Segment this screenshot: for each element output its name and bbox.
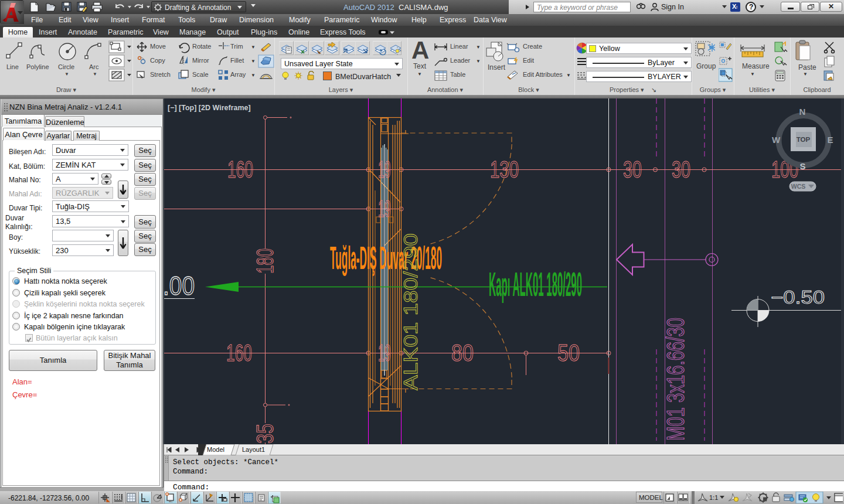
svg-text:160: 160 (226, 340, 252, 366)
svg-text:W: W (772, 135, 781, 145)
svg-text:180: 180 (252, 248, 278, 274)
svg-text:80: 80 (451, 340, 474, 366)
svg-text:19: 19 (378, 340, 391, 366)
svg-text:TOP: TOP (797, 136, 811, 143)
svg-text:30: 30 (672, 156, 690, 182)
svg-text:130: 130 (490, 156, 519, 182)
svg-text:.00: .00 (164, 271, 195, 300)
svg-text:WCS: WCS (791, 183, 806, 190)
svg-text:M01 3x16.66/30: M01 3x16.66/30 (662, 318, 689, 441)
svg-text:30: 30 (623, 156, 642, 182)
svg-text:Kapı ALK01 180/290: Kapı ALK01 180/290 (489, 265, 582, 303)
svg-text:35: 35 (252, 424, 278, 444)
svg-text:−0.50: −0.50 (771, 287, 825, 308)
svg-text:1:1: 1:1 (709, 494, 718, 501)
svg-text:[−] [Top] [2D Wireframe]: [−] [Top] [2D Wireframe] (168, 104, 251, 112)
svg-text:19: 19 (378, 156, 391, 182)
svg-text:ALK01 180/290: ALK01 180/290 (400, 233, 421, 390)
svg-text:Tuğla-DIŞ Duvar 20/180: Tuğla-DIŞ Duvar 20/180 (330, 239, 442, 276)
svg-text:N: N (799, 107, 806, 117)
svg-text:160: 160 (227, 156, 253, 182)
svg-text:S: S (799, 161, 805, 171)
svg-text:50: 50 (557, 340, 580, 366)
svg-text:E: E (827, 135, 833, 145)
svg-text:19: 19 (378, 196, 391, 222)
